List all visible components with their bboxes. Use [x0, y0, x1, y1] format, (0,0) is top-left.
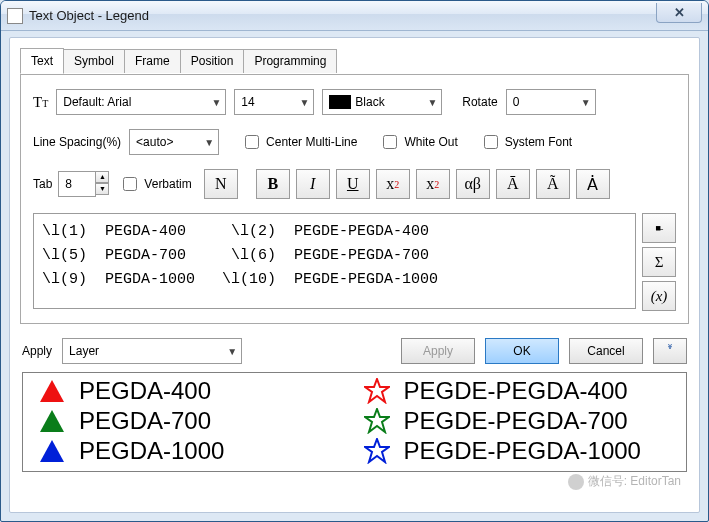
- legend-text-input[interactable]: [33, 213, 636, 309]
- app-icon: [7, 8, 23, 24]
- verbatim-label: Verbatim: [144, 177, 191, 191]
- window-title: Text Object - Legend: [29, 8, 149, 23]
- svg-marker-4: [40, 440, 64, 462]
- system-font-label: System Font: [505, 135, 572, 149]
- legend-symbol: [35, 409, 69, 433]
- tab-position[interactable]: Position: [180, 49, 245, 73]
- spin-down-icon[interactable]: ▼: [95, 183, 109, 195]
- chevron-down-icon: ▼: [299, 97, 309, 108]
- ok-button[interactable]: OK: [485, 338, 559, 364]
- font-size-value: 14: [241, 95, 254, 109]
- rotate-label: Rotate: [462, 95, 497, 109]
- svg-marker-3: [365, 409, 389, 432]
- font-family-value: Default: Arial: [63, 95, 131, 109]
- close-icon: ✕: [674, 5, 685, 20]
- subscript-button[interactable]: x2: [416, 169, 450, 199]
- spin-up-icon[interactable]: ▲: [95, 171, 109, 183]
- verbatim-checkbox[interactable]: Verbatim: [119, 174, 191, 194]
- tab-symbol[interactable]: Symbol: [63, 49, 125, 73]
- svg-marker-5: [365, 439, 389, 462]
- verbatim-input[interactable]: [123, 177, 137, 191]
- variable-button[interactable]: (x): [642, 281, 676, 311]
- normal-button[interactable]: N: [204, 169, 238, 199]
- font-color-select[interactable]: Black ▼: [322, 89, 442, 115]
- whiteout-input[interactable]: [383, 135, 397, 149]
- close-button[interactable]: ✕: [656, 3, 702, 23]
- tilde-button[interactable]: Ã: [536, 169, 570, 199]
- font-color-value: Black: [355, 95, 384, 109]
- legend-entry-text: PEGDE-PEGDA-1000: [404, 437, 675, 465]
- tab-programming[interactable]: Programming: [243, 49, 337, 73]
- line-spacing-label: Line Spacing(%): [33, 135, 121, 149]
- client-area: Text Symbol Frame Position Programming T…: [9, 37, 700, 513]
- tab-page-text: TT Default: Arial ▼ 14 ▼ Black ▼ Rotate …: [20, 74, 689, 324]
- dot-accent-button[interactable]: Ȧ: [576, 169, 610, 199]
- system-font-checkbox[interactable]: System Font: [480, 132, 572, 152]
- line-spacing-value: <auto>: [136, 135, 173, 149]
- svg-marker-1: [365, 379, 389, 402]
- tab-size-spinner[interactable]: ▲ ▼: [95, 171, 109, 197]
- greek-button[interactable]: αβ: [456, 169, 490, 199]
- tab-text[interactable]: Text: [20, 48, 64, 74]
- rotate-value: 0: [513, 95, 520, 109]
- font-row: TT Default: Arial ▼ 14 ▼ Black ▼ Rotate …: [33, 89, 676, 115]
- tab-frame[interactable]: Frame: [124, 49, 181, 73]
- overbar-button[interactable]: Ā: [496, 169, 530, 199]
- legend-preview: PEGDA-400PEGDE-PEGDA-400PEGDA-700PEGDE-P…: [22, 372, 687, 472]
- chevron-down-icon: ▼: [427, 97, 437, 108]
- sigma-button[interactable]: Σ: [642, 247, 676, 277]
- svg-marker-2: [40, 410, 64, 432]
- italic-button[interactable]: I: [296, 169, 330, 199]
- watermark: 微信号: EditorTan: [568, 473, 681, 490]
- cancel-button[interactable]: Cancel: [569, 338, 643, 364]
- legend-text-wrap: ▪– Σ (x): [33, 213, 676, 311]
- apply-scope-value: Layer: [69, 344, 99, 358]
- font-icon: TT: [33, 94, 48, 111]
- legend-symbol: [360, 438, 394, 464]
- chevron-down-icon: ▼: [227, 346, 237, 357]
- legend-symbol: [360, 408, 394, 434]
- action-row: Apply Layer ▼ Apply OK Cancel ˅˅: [22, 338, 687, 364]
- chevron-down-icon: ▼: [211, 97, 221, 108]
- titlebar: Text Object - Legend ✕: [1, 1, 708, 31]
- expand-button[interactable]: ˅˅: [653, 338, 687, 364]
- font-family-select[interactable]: Default: Arial ▼: [56, 89, 226, 115]
- legend-entry-text: PEGDE-PEGDA-700: [404, 407, 675, 435]
- center-multiline-input[interactable]: [245, 135, 259, 149]
- system-font-input[interactable]: [484, 135, 498, 149]
- rotate-select[interactable]: 0 ▼: [506, 89, 596, 115]
- apply-to-label: Apply: [22, 344, 52, 358]
- double-chevron-down-icon: ˅˅: [667, 347, 673, 355]
- underline-button[interactable]: U: [336, 169, 370, 199]
- bold-button[interactable]: B: [256, 169, 290, 199]
- legend-symbol: [35, 379, 69, 403]
- center-multiline-checkbox[interactable]: Center Multi-Line: [241, 132, 357, 152]
- legend-entry-text: PEGDE-PEGDA-400: [404, 377, 675, 405]
- font-size-select[interactable]: 14 ▼: [234, 89, 314, 115]
- apply-button[interactable]: Apply: [401, 338, 475, 364]
- superscript-button[interactable]: x2: [376, 169, 410, 199]
- tab-strip: Text Symbol Frame Position Programming: [20, 48, 689, 74]
- side-buttons: ▪– Σ (x): [642, 213, 676, 311]
- line-spacing-select[interactable]: <auto> ▼: [129, 129, 219, 155]
- legend-symbol: [35, 439, 69, 463]
- legend-entry-text: PEGDA-700: [79, 407, 350, 435]
- tab-size-label: Tab: [33, 177, 52, 191]
- line-row: Line Spacing(%) <auto> ▼ Center Multi-Li…: [33, 129, 676, 155]
- legend-entry-text: PEGDA-1000: [79, 437, 350, 465]
- apply-scope-select[interactable]: Layer ▼: [62, 338, 242, 364]
- chevron-down-icon: ▼: [581, 97, 591, 108]
- legend-entry-text: PEGDA-400: [79, 377, 350, 405]
- tab-size-value: 8: [65, 177, 72, 191]
- center-multiline-label: Center Multi-Line: [266, 135, 357, 149]
- svg-marker-0: [40, 380, 64, 402]
- legend-symbol: [360, 378, 394, 404]
- symbol-map-button[interactable]: ▪–: [642, 213, 676, 243]
- tab-size-input[interactable]: 8: [58, 171, 96, 197]
- toolbar-row: Tab 8 ▲ ▼ Verbatim N B I U x2 x2 αβ: [33, 169, 676, 199]
- whiteout-label: White Out: [404, 135, 457, 149]
- color-swatch-icon: [329, 95, 351, 109]
- whiteout-checkbox[interactable]: White Out: [379, 132, 457, 152]
- chevron-down-icon: ▼: [204, 137, 214, 148]
